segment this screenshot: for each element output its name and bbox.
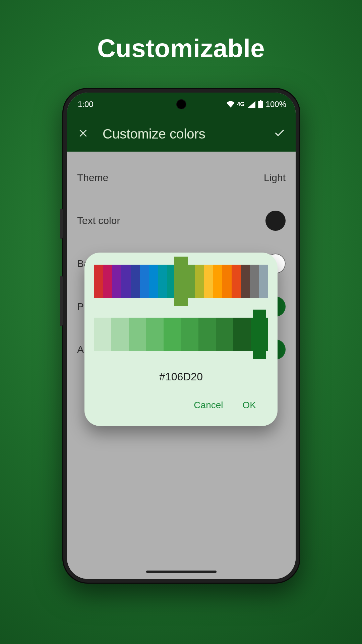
gesture-bar xyxy=(146,571,217,573)
shade-thumb[interactable] xyxy=(253,310,266,359)
hue-segment[interactable] xyxy=(121,265,130,298)
setting-label: Theme xyxy=(77,172,108,183)
setting-theme[interactable]: Theme Light xyxy=(67,156,296,199)
cancel-button[interactable]: Cancel xyxy=(194,400,223,411)
shade-segment[interactable] xyxy=(181,318,198,351)
status-indicators: 4G 100% xyxy=(226,100,286,109)
shade-track[interactable] xyxy=(94,318,268,351)
color-picker-dialog: #106D20 Cancel OK xyxy=(84,253,278,426)
dialog-actions: Cancel OK xyxy=(94,396,268,417)
hue-segment[interactable] xyxy=(222,265,231,298)
setting-text-color[interactable]: Text color xyxy=(67,199,296,242)
color-swatch xyxy=(265,211,286,231)
hue-segment[interactable] xyxy=(149,265,158,298)
hue-segment[interactable] xyxy=(232,265,241,298)
close-button[interactable] xyxy=(75,126,91,142)
hue-segment[interactable] xyxy=(131,265,140,298)
hue-segment[interactable] xyxy=(103,265,112,298)
hue-segment[interactable] xyxy=(250,265,259,298)
network-label: 4G xyxy=(237,101,245,108)
hex-value: #106D20 xyxy=(94,371,268,383)
shade-segment[interactable] xyxy=(129,318,146,351)
hue-track[interactable] xyxy=(94,265,268,298)
promo-title: Customizable xyxy=(0,34,362,63)
check-icon xyxy=(274,127,285,140)
hue-segment[interactable] xyxy=(204,265,213,298)
app-bar: Customize colors xyxy=(67,116,296,152)
setting-label: Text color xyxy=(77,215,120,226)
confirm-button[interactable] xyxy=(272,126,288,142)
close-icon xyxy=(78,128,88,140)
hue-segment[interactable] xyxy=(94,265,103,298)
phone-side-button xyxy=(60,276,63,326)
shade-segment[interactable] xyxy=(111,318,129,351)
ok-button[interactable]: OK xyxy=(243,400,256,411)
hue-segment[interactable] xyxy=(259,265,268,298)
shade-segment[interactable] xyxy=(198,318,216,351)
shade-segment[interactable] xyxy=(233,318,251,351)
hue-segment[interactable] xyxy=(158,265,167,298)
battery-text: 100% xyxy=(266,100,286,109)
hue-segment[interactable] xyxy=(112,265,121,298)
shade-segment[interactable] xyxy=(94,318,111,351)
battery-icon xyxy=(258,100,263,108)
status-time: 1:00 xyxy=(78,100,94,109)
front-camera xyxy=(177,100,186,109)
hue-segment[interactable] xyxy=(140,265,149,298)
wifi-icon xyxy=(226,101,235,108)
shade-segment[interactable] xyxy=(164,318,181,351)
hue-segment[interactable] xyxy=(213,265,222,298)
app-bar-title: Customize colors xyxy=(103,126,260,142)
shade-segment[interactable] xyxy=(216,318,233,351)
hue-thumb[interactable] xyxy=(174,257,188,306)
setting-value: Light xyxy=(264,172,286,183)
shade-segment[interactable] xyxy=(146,318,164,351)
hue-segment[interactable] xyxy=(195,265,204,298)
signal-icon xyxy=(247,101,255,108)
hue-segment[interactable] xyxy=(241,265,250,298)
phone-side-button xyxy=(60,209,63,239)
